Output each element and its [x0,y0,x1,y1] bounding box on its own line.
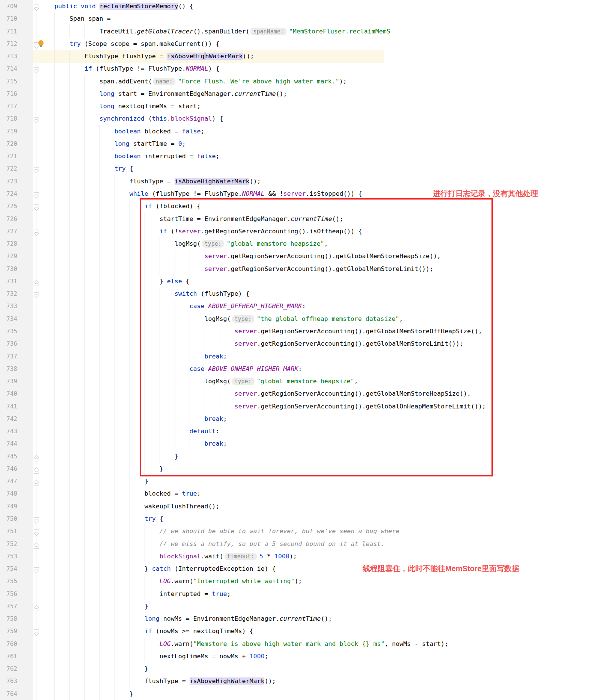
line-number[interactable]: 742 [0,413,17,425]
line-number[interactable]: 756 [0,588,17,600]
code-text[interactable]: } [145,475,148,487]
line-number[interactable]: 723 [0,175,17,187]
intention-bulb-icon[interactable] [37,39,45,48]
code-text[interactable]: flushType = isAboveHighWaterMark(); [145,675,276,687]
line-number[interactable]: 760 [0,638,17,650]
line-number[interactable]: 747 [0,475,17,487]
line-number[interactable]: 713 [0,50,17,62]
code-text[interactable]: wakeupFlushThread(); [145,500,220,513]
line-number[interactable]: 761 [0,650,17,662]
fold-region-start-icon[interactable] [33,165,39,172]
code-text[interactable]: } [145,662,148,675]
code-text[interactable]: LOG.warn("Memstore is above high water m… [160,638,448,650]
code-text[interactable]: flushType = isAboveHighWaterMark(); [130,175,261,187]
fold-region-start-icon[interactable] [33,228,39,235]
line-number[interactable]: 758 [0,612,17,625]
line-number[interactable]: 759 [0,625,17,637]
line-number[interactable]: 721 [0,150,17,162]
code-text[interactable]: long nowMs = EnvironmentEdgeManager.curr… [145,612,332,625]
fold-region-end-icon[interactable] [33,541,39,547]
line-number[interactable]: 752 [0,538,17,550]
fold-region-start-icon[interactable] [33,516,39,522]
line-number[interactable]: 717 [0,100,17,112]
fold-region-start-icon[interactable] [33,3,39,10]
line-number[interactable]: 727 [0,225,17,237]
line-number[interactable]: 745 [0,450,17,463]
code-text[interactable]: Span span = [69,12,111,25]
fold-region-end-icon[interactable] [33,466,39,472]
line-number[interactable]: 738 [0,363,17,375]
code-text[interactable]: public void reclaimMemStoreMemory() { [54,0,193,12]
code-text[interactable]: try { [115,162,133,175]
code-text[interactable]: span.addEvent(name:"Force Flush. We're a… [99,75,347,88]
line-number[interactable]: 722 [0,162,17,175]
line-number[interactable]: 751 [0,525,17,537]
line-number[interactable]: 709 [0,0,17,12]
line-number[interactable]: 724 [0,187,17,200]
code-text[interactable]: } [130,688,133,700]
fold-region-start-icon[interactable] [33,115,39,122]
line-number[interactable]: 734 [0,313,17,325]
code-text[interactable]: boolean interrupted = false; [115,150,220,162]
line-number[interactable]: 718 [0,112,17,125]
code-text[interactable]: FlushType flushType = isAboveHighWaterMa… [84,50,254,62]
line-number[interactable]: 714 [0,62,17,75]
line-number[interactable]: 735 [0,325,17,337]
code-text[interactable]: interrupted = true; [160,588,231,600]
code-text[interactable]: if (nowMs >= nextLogTimeMs) { [145,625,253,637]
code-text[interactable]: long startTime = 0; [115,138,186,150]
line-number[interactable]: 737 [0,350,17,363]
fold-region-start-icon[interactable] [33,528,39,535]
fold-region-start-icon[interactable] [33,203,39,210]
code-text[interactable]: // we should be able to wait forever, bu… [160,525,399,537]
line-number[interactable]: 757 [0,600,17,612]
fold-region-start-icon[interactable] [33,290,39,297]
line-number[interactable]: 719 [0,125,17,138]
code-text[interactable]: LOG.warn("Interrupted while waiting"); [160,575,302,587]
line-number[interactable]: 726 [0,213,17,225]
code-text[interactable]: try { [145,513,163,525]
line-number[interactable]: 716 [0,88,17,100]
code-text[interactable]: blocked = true; [145,487,201,500]
line-number[interactable]: 715 [0,75,17,88]
code-text[interactable]: nextLogTimeMs = nowMs + 1000; [160,650,268,662]
code-text[interactable]: // we miss a notify, so put a 5 second b… [160,538,384,550]
code-text[interactable]: if (flushType != FlushType.NORMAL) { [84,62,220,75]
line-number[interactable]: 731 [0,275,17,287]
fold-region-end-icon[interactable] [33,278,39,285]
line-number[interactable]: 748 [0,487,17,500]
line-number[interactable]: 712 [0,38,17,50]
line-number[interactable]: 736 [0,337,17,350]
line-number[interactable]: 744 [0,437,17,450]
line-number[interactable]: 743 [0,425,17,437]
line-number[interactable]: 763 [0,675,17,687]
code-text[interactable]: boolean blocked = false; [115,125,205,138]
line-number[interactable]: 720 [0,138,17,150]
code-text[interactable]: } catch (InterruptedException ie) { [145,562,276,575]
code-text[interactable]: long start = EnvironmentEdgeManager.curr… [99,88,287,100]
fold-region-start-icon[interactable] [33,628,39,635]
line-number[interactable]: 728 [0,237,17,250]
line-number[interactable]: 733 [0,300,17,312]
code-text[interactable]: try (Scope scope = span.makeCurrent()) { [69,38,220,50]
code-text[interactable]: blockSignal.wait(timeout:5 * 1000); [160,550,297,563]
fold-region-end-icon[interactable] [33,453,39,460]
line-number[interactable]: 764 [0,688,17,700]
line-number[interactable]: 725 [0,200,17,212]
line-number[interactable]: 732 [0,287,17,300]
line-number[interactable]: 750 [0,513,17,525]
line-number[interactable]: 741 [0,400,17,413]
line-number[interactable]: 753 [0,550,17,562]
line-number[interactable]: 749 [0,500,17,513]
code-text[interactable]: } [145,600,148,612]
fold-region-start-icon[interactable] [33,565,39,572]
fold-region-end-icon[interactable] [33,478,39,485]
fold-region-end-icon[interactable] [33,603,39,610]
line-number[interactable]: 711 [0,25,17,38]
code-text[interactable]: long nextLogTimeMs = start; [99,100,201,112]
fold-region-start-icon[interactable] [33,190,39,197]
line-number[interactable]: 740 [0,387,17,400]
line-number[interactable]: 730 [0,263,17,275]
line-number[interactable]: 746 [0,463,17,475]
code-text[interactable]: synchronized (this.blockSignal) { [99,112,223,125]
